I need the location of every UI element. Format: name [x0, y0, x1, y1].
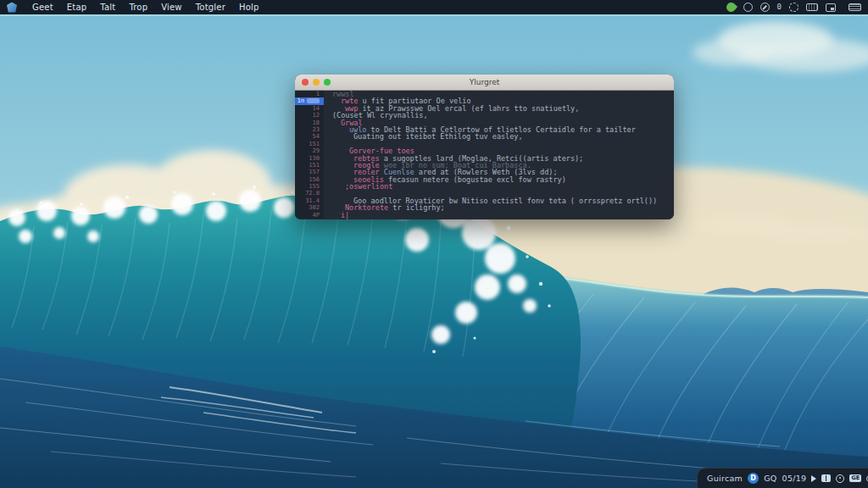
taskbar-icons: GE [811, 474, 868, 484]
taskbar-clock[interactable]: 05/19 [782, 474, 807, 483]
window-title: Ylurgret [295, 78, 674, 86]
zoom-button[interactable] [324, 79, 331, 86]
taskbar: Guircam D GQ 05/19 GE [697, 468, 868, 488]
app-badge-icon[interactable]: D [748, 473, 759, 484]
globe-icon[interactable] [789, 3, 798, 12]
menu-item-etap[interactable]: Etap [60, 3, 94, 12]
line-number[interactable]: 23 [295, 126, 324, 133]
taskbar-app-label[interactable]: Guircam [707, 474, 743, 483]
menu-items: GeetEtapTaltTropViewTotglerHolp [25, 3, 266, 12]
code-line[interactable]: 4Pi| [295, 212, 674, 219]
line-number[interactable]: 54 [295, 133, 324, 140]
ge-badge-icon[interactable]: GE [849, 474, 861, 482]
editor-window: Ylurgret 1rwwsl1пrwte u fit partiutaor O… [295, 75, 674, 219]
network-icon[interactable] [743, 3, 753, 12]
code-text[interactable]: Guating out iteibot Ethilog tuv easley, [324, 133, 523, 140]
line-number[interactable]: 157 [295, 169, 324, 175]
menu-item-view[interactable]: View [154, 3, 189, 12]
update-icon[interactable] [760, 3, 770, 12]
line-number[interactable]: 1п [295, 97, 324, 104]
screenshot-icon[interactable] [826, 3, 836, 12]
status-ring-icon[interactable] [836, 474, 844, 483]
menu-item-totgler[interactable]: Totgler [189, 3, 232, 12]
code-line[interactable]: 155;oswerliont [295, 183, 674, 190]
line-number[interactable]: 151 [295, 141, 324, 147]
line-number[interactable]: 302 [295, 204, 324, 211]
minimize-button[interactable] [313, 79, 320, 86]
code-line[interactable]: 302Norktorete tr icligrhy; [295, 204, 674, 211]
line-number[interactable]: 18 [295, 119, 324, 126]
line-badge [307, 98, 320, 103]
battery-icon[interactable] [849, 3, 861, 11]
system-tray: 0 [726, 3, 861, 12]
window-titlebar[interactable]: Ylurgret [295, 75, 674, 91]
code-text[interactable]: (Couset Wl cryvnallis, [324, 112, 428, 119]
menu-item-trop[interactable]: Trop [122, 3, 154, 12]
line-number[interactable]: 151 [295, 162, 324, 169]
line-number[interactable]: 12 [295, 112, 324, 119]
menu-item-holp[interactable]: Holp [232, 3, 266, 12]
line-number[interactable]: 31.4 [295, 197, 324, 204]
line-number[interactable]: 1 [295, 91, 324, 97]
line-number[interactable]: 130 [295, 155, 324, 162]
play-icon[interactable] [811, 475, 816, 482]
code-line[interactable]: 54Guating out iteibot Ethilog tuv easley… [295, 133, 674, 140]
line-number[interactable]: 155 [295, 183, 324, 190]
book-icon[interactable] [821, 474, 831, 482]
distro-logo-icon[interactable] [7, 3, 17, 13]
line-number[interactable]: 29 [295, 147, 324, 154]
close-button[interactable] [302, 79, 309, 86]
menu-item-geet[interactable]: Geet [25, 3, 60, 12]
menubar: GeetEtapTaltTropViewTotglerHolp 0 [0, 0, 868, 14]
line-number[interactable]: 156 [295, 176, 324, 183]
line-number[interactable]: 14 [295, 105, 324, 112]
desktop: { "menubar": { "logo_icon": "distro-logo… [0, 0, 868, 488]
keyboard-icon[interactable] [806, 3, 818, 11]
line-number[interactable]: 72.8 [295, 190, 324, 197]
traffic-lights [295, 79, 331, 86]
leaf-icon[interactable] [724, 1, 737, 14]
code-text[interactable]: i| [324, 212, 349, 219]
taskbar-gq-label: GQ [764, 474, 776, 483]
menu-item-talt[interactable]: Talt [93, 3, 122, 12]
code-text[interactable]: ;oswerliont [324, 183, 392, 190]
line-number[interactable]: 4P [295, 212, 324, 219]
code-editor[interactable]: 1rwwsl1пrwte u fit partiutaor Oe velio14… [295, 91, 674, 219]
zero-indicator-icon[interactable]: 0 [777, 3, 782, 12]
